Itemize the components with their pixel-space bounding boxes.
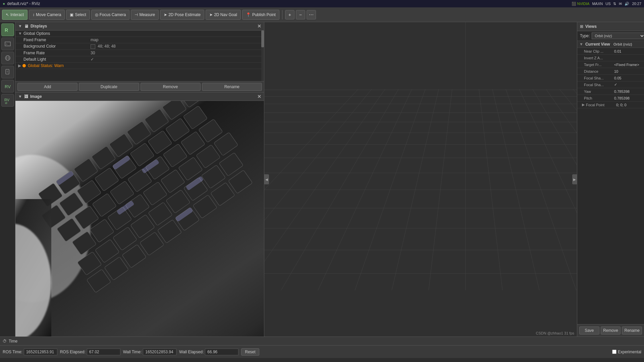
displays-buttons: Add Duplicate Remove Rename xyxy=(15,81,264,92)
distance-row[interactable]: Distance 10 xyxy=(577,68,644,75)
add-display-button[interactable]: Add xyxy=(17,83,77,91)
invert-z-row[interactable]: Invert Z A... xyxy=(577,55,644,61)
move-camera-button[interactable]: ↕ Move Camera xyxy=(29,10,65,20)
rename-display-button[interactable]: Rename xyxy=(202,83,262,91)
sidebar-rviz-icon[interactable]: R xyxy=(1,23,14,36)
displays-close-button[interactable]: ✕ xyxy=(257,23,261,29)
titlebar-nvidia-text: MAXN xyxy=(592,2,603,6)
ros-time-label: ROS Time: xyxy=(3,350,22,354)
distance-label: Distance xyxy=(584,69,614,73)
displays-scrollbar[interactable] xyxy=(261,31,264,81)
current-view-label: Current View xyxy=(585,42,610,47)
reset-time-button[interactable]: Reset xyxy=(241,348,259,356)
add-toolbar-button[interactable]: + xyxy=(285,10,294,19)
displays-scrollbar-thumb[interactable] xyxy=(261,31,264,47)
ros-time-value: 1652012853.91 xyxy=(24,349,57,355)
views-type-label: Type: xyxy=(580,34,590,38)
views-type-row: Type: Orbit (rviz) FPS (rviz) ThirdPerso… xyxy=(577,31,644,41)
current-view-expand[interactable]: ▼ xyxy=(579,42,583,47)
titlebar-user: US xyxy=(605,2,610,6)
more-toolbar-button[interactable]: ⋯ xyxy=(307,10,316,19)
left-panel: ▼ 🖥 Displays ✕ ▼ Global Options Fixed Fr… xyxy=(15,22,264,337)
nav-icon: ➤ xyxy=(209,12,213,17)
sidebar-rviz3-icon[interactable]: RV iz· xyxy=(1,94,14,107)
publish-point-button[interactable]: 📍 Publish Point xyxy=(242,10,279,20)
focus-camera-button[interactable]: ◎ Focus Camera xyxy=(91,10,130,20)
app-title: default.rviz* - RViz xyxy=(7,1,40,6)
app-icon: ● xyxy=(3,1,5,6)
duplicate-display-button[interactable]: Duplicate xyxy=(79,83,139,91)
pose-estimate-button[interactable]: ➤ 2D Pose Estimate xyxy=(160,10,204,20)
experimental-input[interactable] xyxy=(612,350,616,354)
global-options-row[interactable]: ▼ Global Options xyxy=(15,31,264,37)
wall-elapsed-item: Wall Elapsed: 66.96 xyxy=(179,349,238,355)
3d-viewport[interactable]: ◀ ▶ CSDN @zhhao1 31 fps xyxy=(264,22,577,337)
yaw-row[interactable]: Yaw 0.785398 xyxy=(577,88,644,95)
target-frame-row[interactable]: Target Fr... <Fixed Frame> xyxy=(577,61,644,68)
global-options-expand[interactable]: ▼ xyxy=(18,31,22,36)
views-title: Views xyxy=(585,24,597,29)
views-type-select[interactable]: Orbit (rviz) FPS (rviz) ThirdPersonFollo… xyxy=(592,33,644,39)
sidebar-globe-icon[interactable] xyxy=(1,52,14,64)
near-clip-row[interactable]: Near Clip ... 0.01 xyxy=(577,48,644,55)
focal-point-value: 0; 0; 0 xyxy=(616,103,641,107)
fixed-frame-row[interactable]: Fixed Frame map xyxy=(15,37,264,43)
fps-counter: CSDN @zhhao1 31 fps xyxy=(536,331,574,335)
views-remove-button[interactable]: Remove xyxy=(601,326,621,335)
default-light-row[interactable]: Default Light ✓ xyxy=(15,56,264,63)
views-buttons: Save Remove Rename xyxy=(577,324,644,337)
viewport-collapse-right[interactable]: ▶ xyxy=(572,174,577,184)
wall-time-label: Wall Time: xyxy=(123,350,142,354)
minus-toolbar-button[interactable]: − xyxy=(296,10,305,19)
time-icon: ⏱ xyxy=(3,339,7,344)
pitch-row[interactable]: Pitch 0.785398 xyxy=(577,95,644,102)
global-status-row[interactable]: ▶ Global Status: Warn xyxy=(15,63,264,69)
focal-shape2-row[interactable]: Focal Sha... ✓ xyxy=(577,81,644,88)
sidebar-rviz2-icon[interactable]: RV xyxy=(1,80,14,93)
status-warn-dot xyxy=(22,64,26,67)
focal-point-row[interactable]: ▶ Focal Point 0; 0; 0 xyxy=(577,102,644,108)
focal-shape1-label: Focal Sha... xyxy=(584,76,614,80)
timebar: ⏱ Time xyxy=(0,337,644,345)
experimental-checkbox[interactable]: Experimental xyxy=(612,350,641,354)
background-color-row[interactable]: Background Color 48; 48; 48 xyxy=(15,43,264,50)
keyboard-image: ↖ xyxy=(15,101,264,337)
viewport-collapse-left[interactable]: ◀ xyxy=(264,174,269,184)
ros-time-item: ROS Time: 1652012853.91 xyxy=(3,349,57,355)
image-panel-close[interactable]: ✕ xyxy=(257,94,261,99)
views-rename-button[interactable]: Rename xyxy=(622,326,642,335)
image-expand-arrow[interactable]: ▼ xyxy=(18,94,22,99)
nav-goal-button[interactable]: ➤ 2D Nav Goal xyxy=(206,10,241,20)
focal-point-expand[interactable]: ▶ xyxy=(582,103,585,107)
sidebar-file-icon[interactable] xyxy=(1,66,14,78)
measure-button[interactable]: ⊣ Measure xyxy=(131,10,159,20)
sidebar: R >_ RV xyxy=(0,22,15,337)
default-light-value: ✓ xyxy=(91,57,263,62)
focal-shape1-row[interactable]: Focal Sha... 0.05 xyxy=(577,75,644,81)
ros-elapsed-label: ROS Elapsed: xyxy=(60,350,86,354)
displays-panel: ▼ 🖥 Displays ✕ ▼ Global Options Fixed Fr… xyxy=(15,22,264,93)
select-button[interactable]: ▣ Select xyxy=(66,10,90,20)
speaker-icon: 🔊 xyxy=(625,2,629,6)
frame-rate-row[interactable]: Frame Rate 30 xyxy=(15,50,264,56)
pitch-label: Pitch xyxy=(584,96,614,100)
svg-text:R: R xyxy=(5,27,8,33)
remove-display-button[interactable]: Remove xyxy=(141,83,201,91)
displays-expand-arrow[interactable]: ▼ xyxy=(18,24,22,28)
global-status-expand[interactable]: ▶ xyxy=(18,63,21,68)
yaw-label: Yaw xyxy=(584,89,614,94)
image-panel-header: ▼ 🖼 Image ✕ xyxy=(15,93,264,101)
focal-shape2-value: ✓ xyxy=(614,82,641,87)
focal-point-label: Focal Point xyxy=(586,103,616,107)
invert-z-label: Invert Z A... xyxy=(584,56,614,60)
near-clip-value: 0.01 xyxy=(614,49,641,53)
views-body: ▼ Current View Orbit (rviz) Near Clip ..… xyxy=(577,41,644,324)
svg-rect-77 xyxy=(264,22,577,337)
global-options-label: Global Options xyxy=(23,31,50,36)
sidebar-terminal-icon[interactable]: >_ xyxy=(1,38,14,50)
views-header: ⊞ Views xyxy=(577,22,644,31)
interact-button[interactable]: ↖ Interact xyxy=(2,10,28,20)
svg-rect-6 xyxy=(6,69,9,74)
views-save-button[interactable]: Save xyxy=(579,326,599,335)
focal-shape2-label: Focal Sha... xyxy=(584,83,614,87)
